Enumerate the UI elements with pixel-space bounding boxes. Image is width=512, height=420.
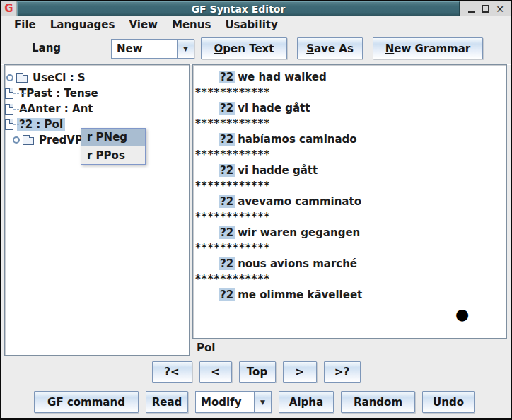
close-icon[interactable]: ✕ (496, 4, 504, 14)
maximize-icon[interactable] (482, 5, 489, 13)
new-grammar-label: ew Grammar (394, 42, 470, 55)
open-text-button[interactable]: Open Text (201, 37, 287, 59)
separator-line: ************ (193, 116, 506, 132)
lin-sentence: ?2we had walked (193, 69, 506, 85)
folder-icon (23, 137, 34, 145)
lin-sentence: ?2nous avions marché (193, 256, 506, 272)
chevron-down-icon[interactable]: ▼ (177, 40, 194, 58)
window-title: GF Syntax Editor (192, 4, 286, 15)
sentence-text: avevamo camminato (238, 195, 361, 208)
lin-sentence: ?2habíamos caminado (193, 132, 506, 147)
menu-file[interactable]: File (7, 18, 43, 31)
focus-token[interactable]: ?2 (219, 257, 235, 270)
linearization-panel[interactable]: ?2we had walked ************ ?2vi hade g… (192, 64, 507, 339)
read-button[interactable]: Read (146, 391, 188, 413)
navigation-bar: ?< < Top > >? (1, 361, 511, 383)
tree-node-tpast[interactable]: TPast : Tense (5, 86, 189, 101)
next-node-button[interactable]: > (283, 361, 317, 383)
gf-command-button[interactable]: GF command (34, 391, 139, 413)
main-area: UseCl : S TPast : Tense AAnter : Ant ?2 … (1, 64, 511, 419)
toolbar: Lang New ▼ Open Text Save As New Grammar (1, 33, 511, 64)
menu-view[interactable]: View (122, 18, 165, 31)
app-window: G GF Syntax Editor ✕ File Languages View… (0, 0, 512, 420)
sentence-text: habíamos caminado (238, 133, 357, 146)
command-bar: GF command Read Modify ▼ Alpha Random Un… (34, 391, 475, 413)
modify-select-value: Modify (196, 392, 254, 412)
tree-node-label[interactable]: PredVP (37, 134, 85, 146)
popup-item-ppos[interactable]: r PPos (81, 146, 145, 164)
refinement-popup-menu: r PNeg r PPos (81, 128, 146, 165)
window-title-bar[interactable]: GF Syntax Editor (17, 1, 460, 16)
undo-button[interactable]: Undo (422, 391, 475, 413)
syntax-tree-panel: UseCl : S TPast : Tense AAnter : Ant ?2 … (4, 64, 190, 356)
top-button[interactable]: Top (239, 361, 276, 383)
focus-token[interactable]: ?2 (219, 226, 235, 239)
separator-line: ************ (193, 178, 506, 194)
separator-line: ************ (193, 272, 506, 287)
folder-icon (16, 75, 28, 83)
focus-token[interactable]: ?2 (219, 164, 235, 177)
cursor-dot-marker: ● (455, 307, 469, 322)
tree-expander-icon[interactable] (6, 74, 13, 81)
menu-usability[interactable]: Usability (218, 18, 284, 31)
app-logo: G (1, 1, 17, 16)
sentence-text: me olimme kävelleet (238, 288, 362, 301)
lin-sentence: ?2vi hade gått (193, 100, 506, 116)
separator-line: ************ (193, 209, 506, 225)
tree-node-label[interactable]: TPast : Tense (17, 87, 100, 100)
focus-token[interactable]: ?2 (219, 288, 235, 301)
focus-token[interactable]: ?2 (219, 133, 235, 146)
sentence-text: wir waren gegangen (238, 226, 360, 239)
menu-bar: File Languages View Menus Usability (1, 16, 511, 33)
tree-node-label[interactable]: UseCl : S (30, 71, 88, 84)
focus-token[interactable]: ?2 (219, 195, 235, 208)
modify-select[interactable]: Modify ▼ (195, 391, 272, 413)
lin-sentence: ?2me olimme kävelleet (193, 287, 506, 303)
gf-logo-icon: G (4, 4, 13, 14)
category-status-label: Pol (197, 342, 215, 354)
save-as-button[interactable]: Save As (297, 37, 363, 59)
sentence-text: nous avions marché (238, 257, 357, 270)
menu-menus[interactable]: Menus (165, 18, 218, 31)
sentence-text: we had walked (238, 71, 327, 83)
tree-node-usecl[interactable]: UseCl : S (5, 70, 189, 86)
alpha-button[interactable]: Alpha (279, 391, 334, 413)
focus-token[interactable]: ?2 (219, 102, 235, 115)
prev-metavar-button[interactable]: ?< (152, 361, 192, 383)
open-text-label: pen Text (223, 42, 274, 55)
lin-sentence: ?2wir waren gegangen (193, 225, 506, 240)
lin-sentence: ?2vi hadde gått (193, 163, 506, 178)
new-grammar-button[interactable]: New Grammar (373, 37, 483, 59)
save-as-mnemonic: S (306, 42, 314, 55)
separator-line: ************ (193, 240, 506, 256)
language-select[interactable]: New ▼ (111, 39, 194, 59)
prev-node-button[interactable]: < (199, 361, 232, 383)
popup-item-pneg[interactable]: r PNeg (81, 129, 145, 146)
separator-line: ************ (193, 147, 506, 163)
tree-expander-icon[interactable] (13, 136, 20, 144)
next-metavar-button[interactable]: >? (324, 361, 361, 383)
tree-node-aanter[interactable]: AAnter : Ant (5, 101, 189, 117)
sentence-text: vi hadde gått (238, 164, 318, 177)
titlebar: G GF Syntax Editor ✕ (1, 1, 511, 16)
language-select-value: New (112, 40, 177, 58)
focus-token[interactable]: ?2 (219, 71, 235, 83)
separator-line: ************ (193, 85, 506, 100)
open-text-mnemonic: O (214, 42, 223, 55)
minimize-icon[interactable] (468, 11, 475, 13)
chevron-down-icon[interactable]: ▼ (254, 392, 271, 412)
random-button[interactable]: Random (341, 391, 415, 413)
document-icon (5, 104, 13, 115)
menu-languages[interactable]: Languages (43, 18, 122, 31)
document-icon (5, 88, 13, 99)
window-controls: ✕ (460, 1, 511, 16)
document-icon (5, 119, 13, 130)
sentence-text: vi hade gått (238, 102, 310, 115)
new-grammar-mnemonic: N (385, 42, 395, 55)
linearization-text: ?2we had walked ************ ?2vi hade g… (193, 65, 506, 338)
tree-node-label[interactable]: AAnter : Ant (17, 103, 95, 115)
lin-sentence: ?2avevamo camminato (193, 194, 506, 209)
save-as-label: ave As (314, 42, 354, 55)
lang-label: Lang (32, 42, 61, 54)
